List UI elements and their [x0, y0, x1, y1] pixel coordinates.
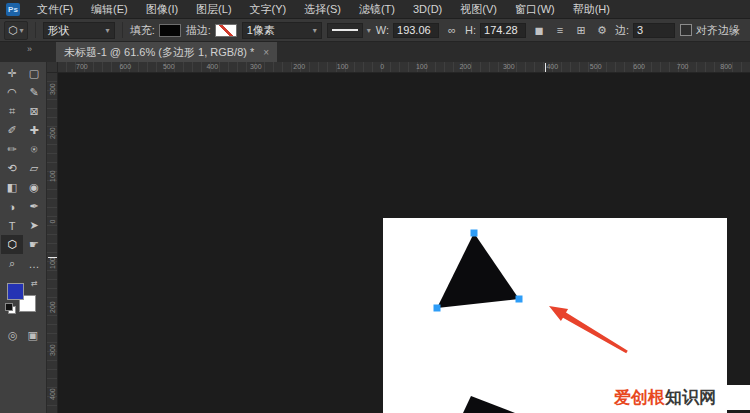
quick-mask-icon[interactable]: ◎	[8, 329, 18, 342]
width-input[interactable]: 193.06	[393, 23, 439, 38]
ruler-label: 200	[459, 62, 471, 71]
stroke-color-swatch[interactable]	[215, 24, 237, 37]
menu-item[interactable]: 帮助(H)	[564, 0, 619, 18]
menu-item[interactable]: 文字(Y)	[241, 0, 296, 18]
menu-bar: Ps 文件(F)编辑(E)图像(I)图层(L)文字(Y)选择(S)滤镜(T)3D…	[0, 0, 750, 19]
zoom-tool[interactable]: ⌕	[1, 254, 23, 273]
default-colors-icon[interactable]	[5, 303, 14, 312]
photoshop-window: Ps 文件(F)编辑(E)图像(I)图层(L)文字(Y)选择(S)滤镜(T)3D…	[0, 0, 750, 413]
ruler-label: 700	[677, 62, 689, 71]
swap-colors-icon[interactable]: ⇄	[31, 279, 38, 288]
ruler-label: 500	[163, 62, 175, 71]
toolbar-collapse-icon[interactable]: »	[27, 44, 31, 54]
align-edges-option[interactable]: 对齐边缘	[680, 23, 740, 38]
gradient-tool[interactable]: ◧	[1, 178, 23, 197]
menu-item[interactable]: 图像(I)	[137, 0, 187, 18]
separator	[35, 22, 36, 38]
anchor-point-top[interactable]	[471, 230, 478, 237]
shape-mode-select[interactable]: 形状 ▾	[43, 22, 115, 39]
healing-brush-tool[interactable]: ✚	[23, 121, 45, 140]
cursor-position-marker-horizontal	[545, 63, 546, 72]
more-tools[interactable]: …	[23, 254, 45, 273]
crop-tool[interactable]: ⌗	[1, 102, 23, 121]
gear-icon[interactable]: ⚙	[594, 24, 610, 37]
chevron-down-icon: ▾	[313, 26, 317, 35]
anchor-point-bottom-right[interactable]	[516, 296, 523, 303]
marquee-tool[interactable]: ▢	[23, 64, 45, 83]
cursor-position-marker-vertical	[48, 257, 57, 258]
move-tool[interactable]: ✛	[1, 64, 23, 83]
ruler-label: 300	[503, 62, 515, 71]
lasso-tool[interactable]: ◠	[1, 83, 23, 102]
quick-select-tool[interactable]: ✎	[23, 83, 45, 102]
menu-item[interactable]: 视图(V)	[451, 0, 506, 18]
ruler-label: 300	[49, 347, 56, 356]
vertical-ruler[interactable]: 3002001000100200300400	[47, 73, 58, 413]
screen-mode-icon[interactable]: ▣	[28, 329, 38, 342]
ruler-label: 200	[49, 130, 56, 139]
menu-item[interactable]: 窗口(W)	[506, 0, 564, 18]
triangle-shape[interactable]	[437, 233, 519, 308]
height-label: H:	[465, 24, 476, 36]
link-dimensions-icon[interactable]: ∞	[444, 24, 460, 36]
eyedropper-tool[interactable]: ✐	[1, 121, 23, 140]
tool-options-bar: ⬡ ▾ 形状 ▾ 填充: 描边: 1像素 ▾ ▾ W: 193.06 ∞	[0, 19, 750, 42]
menu-item[interactable]: 滤镜(T)	[350, 0, 404, 18]
close-icon[interactable]: ×	[263, 47, 269, 58]
pen-tool[interactable]: ✒	[23, 197, 45, 216]
history-brush-tool[interactable]: ⟲	[1, 159, 23, 178]
eraser-tool[interactable]: ▱	[23, 159, 45, 178]
stroke-style-select[interactable]: ▾	[327, 23, 371, 38]
ruler-label: 400	[546, 62, 558, 71]
frame-tool[interactable]: ⊠	[23, 102, 45, 121]
canvas-area[interactable]: 爱创根知识网	[58, 73, 750, 413]
dodge-tool[interactable]: ◑	[1, 197, 23, 216]
clone-stamp-tool[interactable]: ⍟	[23, 140, 45, 159]
hand-tool[interactable]: ☛	[23, 235, 45, 254]
menu-item[interactable]: 文件(F)	[28, 0, 82, 18]
height-input[interactable]: 174.28	[480, 23, 526, 38]
ruler-label: 400	[206, 62, 218, 71]
partial-triangle-shape[interactable]	[463, 396, 515, 413]
ruler-label: 500	[590, 62, 602, 71]
ruler-label: 200	[49, 304, 56, 313]
align-edges-checkbox[interactable]	[680, 24, 692, 36]
ruler-label: 0	[49, 217, 56, 226]
watermark: 爱创根知识网	[607, 385, 750, 410]
document-title: 未标题-1 @ 61.6% (多边形 1, RGB/8) *	[64, 45, 254, 60]
ruler-label: 600	[119, 62, 131, 71]
path-select-tool[interactable]: ➤	[23, 216, 45, 235]
ruler-origin-corner[interactable]	[47, 62, 58, 73]
menu-item[interactable]: 3D(D)	[404, 0, 451, 18]
foreground-color-swatch[interactable]	[7, 283, 24, 300]
anchor-point-bottom-left[interactable]	[434, 305, 441, 312]
chevron-down-icon: ▾	[20, 26, 24, 35]
document-tab-bar: » 未标题-1 @ 61.6% (多边形 1, RGB/8) * ×	[0, 42, 750, 62]
tool-preset-picker[interactable]: ⬡ ▾	[4, 21, 28, 40]
ruler-label: 100	[416, 62, 428, 71]
menu-item[interactable]: 选择(S)	[295, 0, 350, 18]
ruler-label: 300	[49, 86, 56, 95]
ruler-label: 700	[76, 62, 88, 71]
type-tool[interactable]: T	[1, 216, 23, 235]
document-tab[interactable]: 未标题-1 @ 61.6% (多边形 1, RGB/8) * ×	[56, 42, 277, 62]
menu-item[interactable]: 编辑(E)	[82, 0, 137, 18]
path-operations-icon[interactable]: ◼	[531, 24, 547, 37]
blur-tool[interactable]: ◉	[23, 178, 45, 197]
path-arrangement-icon[interactable]: ⊞	[573, 24, 589, 37]
polygon-icon: ⬡	[8, 24, 18, 37]
menu-item[interactable]: 图层(L)	[187, 0, 240, 18]
shape-mode-value: 形状	[48, 23, 70, 38]
brush-tool[interactable]: ✏	[1, 140, 23, 159]
ruler-label: 0	[380, 62, 384, 71]
polygon-tool[interactable]: ⬡	[1, 235, 23, 254]
stroke-width-select[interactable]: 1像素 ▾	[242, 22, 322, 39]
fill-color-swatch[interactable]	[159, 24, 181, 37]
align-edges-label: 对齐边缘	[696, 23, 740, 38]
chevron-down-icon: ▾	[106, 26, 110, 35]
path-alignment-icon[interactable]: ≡	[552, 24, 568, 36]
horizontal-ruler[interactable]: 7006005004003002001000100200300400500600…	[58, 62, 750, 73]
ruler-label: 400	[49, 391, 56, 400]
watermark-highlight-text: 爱创根	[614, 386, 665, 409]
sides-input[interactable]: 3	[633, 23, 675, 38]
